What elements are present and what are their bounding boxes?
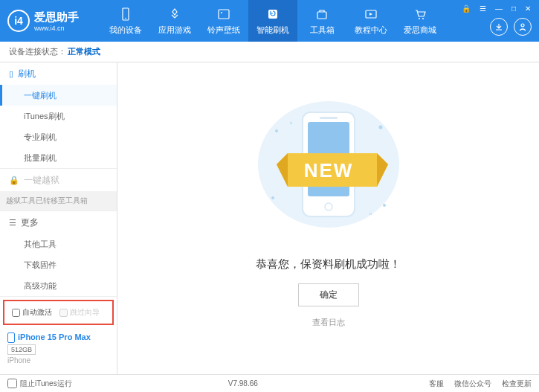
close-button[interactable]: ✕ <box>523 3 533 14</box>
svg-point-15 <box>275 129 278 132</box>
sidebar-jailbreak-info: 越狱工具已转移至工具箱 <box>0 191 117 211</box>
main-content: NEW 恭喜您，保资料刷机成功啦！ 确定 查看日志 <box>117 62 539 374</box>
svg-rect-2 <box>219 10 229 19</box>
phone-icon: ▯ <box>9 69 13 79</box>
svg-point-8 <box>422 18 424 19</box>
window-controls: 🔒 ☰ — □ ✕ <box>459 3 533 14</box>
menu-icon[interactable]: ☰ <box>477 3 488 14</box>
app-title: 爱思助手 <box>34 10 79 25</box>
footer: 阻止iTunes运行 V7.98.66 客服 微信公众号 检查更新 <box>0 374 539 392</box>
status-mode: 正常模式 <box>68 46 100 57</box>
logo-area: i4 爱思助手 www.i4.cn <box>7 10 79 32</box>
svg-point-3 <box>221 12 222 13</box>
success-illustration: NEW <box>277 94 381 242</box>
device-info: iPhone 15 Pro Max 512GB iPhone <box>0 328 117 369</box>
video-icon <box>364 7 378 22</box>
sidebar-item-itunes-flash[interactable]: iTunes刷机 <box>0 106 117 126</box>
sidebar-item-other-tools[interactable]: 其他工具 <box>0 234 117 254</box>
footer-support[interactable]: 客服 <box>429 379 444 389</box>
main-nav: 我的设备 应用游戏 铃声壁纸 智能刷机 工具箱 教程中心 爱思商城 <box>101 0 445 42</box>
skip-wizard-checkbox[interactable]: 跳过向导 <box>59 307 100 318</box>
nav-apps[interactable]: 应用游戏 <box>150 0 199 42</box>
refresh-icon <box>265 7 280 22</box>
block-itunes-checkbox[interactable]: 阻止iTunes运行 <box>7 379 72 389</box>
status-label: 设备连接状态： <box>9 46 66 57</box>
svg-point-17 <box>271 196 274 199</box>
sidebar-item-download-firmware[interactable]: 下载固件 <box>0 254 117 275</box>
phone-icon <box>118 7 133 22</box>
nav-my-device[interactable]: 我的设备 <box>101 0 150 42</box>
lock-icon: 🔒 <box>9 176 19 185</box>
sidebar-flash-header[interactable]: ▯刷机 <box>0 62 117 85</box>
user-button[interactable] <box>514 18 532 36</box>
header-right <box>490 18 532 36</box>
device-name: iPhone 15 Pro Max <box>18 332 91 341</box>
maximize-button[interactable]: □ <box>509 3 518 14</box>
success-message: 恭喜您，保资料刷机成功啦！ <box>256 257 401 271</box>
svg-point-7 <box>419 18 420 19</box>
nav-ringtones[interactable]: 铃声壁纸 <box>199 0 248 42</box>
svg-rect-5 <box>317 12 326 19</box>
lock-icon[interactable]: 🔒 <box>459 3 473 14</box>
sidebar-item-advanced[interactable]: 高级功能 <box>0 275 117 296</box>
view-log-link[interactable]: 查看日志 <box>312 317 345 328</box>
minimize-button[interactable]: — <box>493 3 505 14</box>
device-storage: 512GB <box>7 344 36 355</box>
checkbox-area: 自动激活 跳过向导 <box>3 300 114 325</box>
status-bar: 设备连接状态： 正常模式 <box>0 42 539 62</box>
nav-smart-flash[interactable]: 智能刷机 <box>248 0 297 42</box>
sidebar-item-pro-flash[interactable]: 专业刷机 <box>0 126 117 147</box>
auto-activate-checkbox[interactable]: 自动激活 <box>12 307 52 318</box>
nav-store[interactable]: 爱思商城 <box>396 0 445 42</box>
toolbox-icon <box>314 7 329 22</box>
version-label: V7.98.66 <box>228 379 258 388</box>
footer-wechat[interactable]: 微信公众号 <box>454 379 491 389</box>
sidebar-item-onekey-flash[interactable]: 一键刷机 <box>0 85 117 106</box>
svg-point-16 <box>378 126 382 129</box>
sidebar-jailbreak-header: 🔒一键越狱 <box>0 169 117 191</box>
nav-toolbox[interactable]: 工具箱 <box>297 0 346 42</box>
svg-point-1 <box>125 17 126 19</box>
svg-rect-14 <box>320 117 338 119</box>
svg-point-9 <box>521 24 524 27</box>
image-icon <box>216 7 231 22</box>
sidebar-more-header[interactable]: ☰更多 <box>0 211 117 234</box>
cart-icon <box>413 7 427 22</box>
device-type: iPhone <box>7 356 109 364</box>
footer-update[interactable]: 检查更新 <box>502 379 532 389</box>
app-header: i4 爱思助手 www.i4.cn 我的设备 应用游戏 铃声壁纸 智能刷机 工具… <box>0 0 539 42</box>
apps-icon <box>167 7 182 22</box>
menu-icon: ☰ <box>9 218 16 228</box>
app-url: www.i4.cn <box>34 25 79 32</box>
download-button[interactable] <box>490 18 508 36</box>
sidebar-item-batch-flash[interactable]: 批量刷机 <box>0 147 117 168</box>
sidebar: ▯刷机 一键刷机 iTunes刷机 专业刷机 批量刷机 🔒一键越狱 越狱工具已转… <box>0 62 117 374</box>
device-icon <box>7 332 15 343</box>
ok-button[interactable]: 确定 <box>298 283 359 306</box>
logo-icon: i4 <box>7 10 30 32</box>
new-badge-text: NEW <box>303 159 353 181</box>
svg-point-18 <box>383 204 386 207</box>
nav-tutorials[interactable]: 教程中心 <box>346 0 396 42</box>
